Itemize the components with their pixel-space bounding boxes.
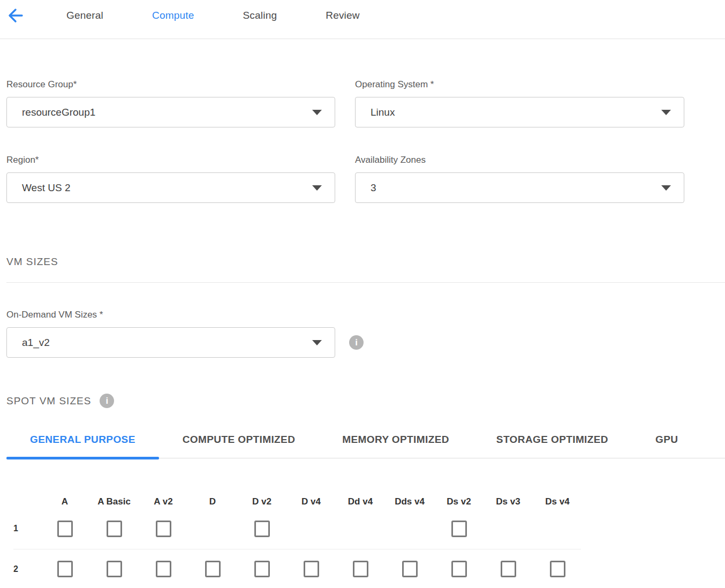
col-header: Ds v4 (533, 496, 582, 507)
chevron-down-icon (661, 185, 671, 191)
tab-general[interactable]: General (66, 10, 103, 21)
vm-size-checkbox[interactable] (254, 521, 270, 537)
chevron-down-icon (312, 185, 322, 191)
vm-size-cell (40, 561, 89, 577)
on-demand-vm-sizes-value: a1_v2 (22, 337, 50, 349)
vm-size-checkbox[interactable] (156, 521, 171, 537)
info-icon[interactable]: i (100, 394, 114, 408)
col-header: Dd v4 (336, 496, 385, 507)
vm-size-checkbox[interactable] (304, 561, 319, 577)
tab-general-purpose[interactable]: GENERAL PURPOSE (6, 434, 159, 458)
col-header: Ds v2 (434, 496, 484, 507)
availability-zones-value: 3 (371, 182, 376, 194)
on-demand-vm-sizes-select[interactable]: a1_v2 (6, 327, 335, 358)
spot-vm-sizes-heading: SPOT VM SIZES (6, 395, 91, 407)
vm-size-checkbox[interactable] (451, 521, 467, 537)
vm-size-checkbox[interactable] (501, 561, 516, 577)
field-resource-group: Resource Group* resourceGroup1 (6, 79, 335, 127)
chevron-down-icon (312, 110, 322, 115)
tab-storage-optimized[interactable]: STORAGE OPTIMIZED (473, 434, 632, 458)
on-demand-vm-sizes-label: On-Demand VM Sizes * (6, 310, 725, 320)
tab-review[interactable]: Review (326, 10, 360, 21)
resource-group-value: resourceGroup1 (22, 107, 95, 118)
vm-size-cell (237, 561, 286, 577)
vm-size-cell (286, 561, 336, 577)
region-label: Region* (6, 155, 335, 165)
vm-size-cell (139, 521, 188, 537)
col-header: Ds v3 (484, 496, 533, 507)
availability-zones-select[interactable]: 3 (355, 172, 684, 203)
wizard-header: General Compute Scaling Review (0, 0, 725, 39)
table-row: 2 (0, 549, 582, 588)
chevron-down-icon (661, 110, 671, 115)
vm-size-checkbox[interactable] (57, 561, 73, 577)
tab-gpu[interactable]: GPU (632, 434, 701, 458)
vm-size-cell (484, 561, 533, 577)
vm-size-checkbox[interactable] (402, 561, 418, 577)
info-icon[interactable]: i (349, 335, 364, 350)
vm-size-cell (434, 561, 484, 577)
tab-compute[interactable]: Compute (152, 10, 194, 21)
tab-compute-optimized[interactable]: COMPUTE OPTIMIZED (159, 434, 319, 458)
chevron-down-icon (312, 340, 322, 345)
vm-size-cell (89, 521, 139, 537)
col-header: Dds v4 (385, 496, 434, 507)
row-label: 1 (0, 524, 40, 533)
col-header: D v2 (237, 496, 286, 507)
vm-size-checkbox[interactable] (107, 561, 122, 577)
vm-size-cell (89, 561, 139, 577)
vm-size-cell (385, 561, 434, 577)
region-select[interactable]: West US 2 (6, 172, 335, 203)
vm-size-checkbox[interactable] (205, 561, 221, 577)
wizard-tab-bar: General Compute Scaling Review (66, 10, 360, 21)
col-header: A Basic (89, 496, 139, 507)
operating-system-label: Operating System * (355, 79, 684, 90)
operating-system-select[interactable]: Linux (355, 97, 684, 127)
vm-size-cell (336, 561, 385, 577)
spot-vm-table: A A Basic A v2 D D v2 D v4 Dd v4 Dds v4 … (0, 495, 582, 588)
vm-size-cell (40, 521, 89, 537)
back-arrow-icon[interactable] (7, 7, 24, 24)
col-header: A (40, 496, 89, 507)
vm-size-cell (533, 561, 582, 577)
section-divider (6, 282, 725, 283)
col-header: A v2 (139, 496, 188, 507)
table-row: 1 (0, 508, 582, 549)
vm-size-checkbox[interactable] (254, 561, 270, 577)
spot-category-tab-bar: GENERAL PURPOSE COMPUTE OPTIMIZED MEMORY… (6, 434, 725, 458)
vm-size-checkbox[interactable] (353, 561, 368, 577)
resource-group-select[interactable]: resourceGroup1 (6, 97, 335, 127)
compute-form: Resource Group* resourceGroup1 Operating… (6, 79, 725, 203)
on-demand-row: a1_v2 i (6, 327, 725, 358)
col-header: D (188, 496, 237, 507)
vm-size-checkbox[interactable] (451, 561, 467, 577)
spot-vm-table-body: 12 (0, 508, 582, 588)
region-value: West US 2 (22, 182, 70, 194)
vm-size-checkbox[interactable] (107, 521, 122, 537)
vm-size-cell (434, 521, 484, 537)
vm-size-checkbox[interactable] (156, 561, 171, 577)
resource-group-label: Resource Group* (6, 79, 335, 90)
tab-scaling[interactable]: Scaling (243, 10, 277, 21)
vm-size-checkbox[interactable] (57, 521, 73, 537)
row-label: 2 (0, 564, 40, 574)
availability-zones-label: Availability Zones (355, 155, 684, 165)
spot-vm-sizes-heading-row: SPOT VM SIZES i (6, 394, 725, 408)
vm-size-checkbox[interactable] (550, 561, 565, 577)
spot-vm-table-header: A A Basic A v2 D D v2 D v4 Dd v4 Dds v4 … (0, 495, 582, 508)
field-operating-system: Operating System * Linux (355, 79, 684, 127)
tab-memory-optimized[interactable]: MEMORY OPTIMIZED (319, 434, 473, 458)
field-availability-zones: Availability Zones 3 (355, 155, 684, 203)
vm-size-cell (237, 521, 286, 537)
vm-size-cell (188, 561, 237, 577)
vm-size-cell (139, 561, 188, 577)
field-region: Region* West US 2 (6, 155, 335, 203)
col-header: D v4 (286, 496, 336, 507)
vm-sizes-heading: VM SIZES (6, 256, 725, 268)
operating-system-value: Linux (371, 107, 395, 118)
